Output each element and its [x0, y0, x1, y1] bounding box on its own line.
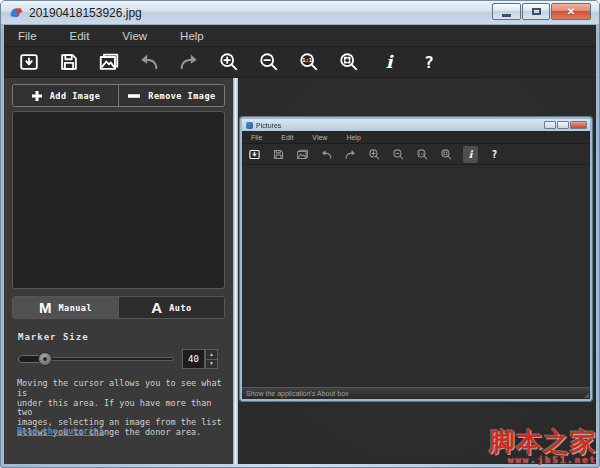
mode-tabs: M Manual A Auto	[12, 296, 225, 319]
zoom-in-icon[interactable]	[367, 146, 382, 163]
minimize-button[interactable]	[492, 3, 521, 20]
window-controls: ✕	[492, 3, 591, 20]
manual-mode-icon: M	[39, 299, 52, 316]
info-icon[interactable]	[463, 146, 478, 163]
auto-tab-label: Auto	[169, 303, 191, 313]
open-icon[interactable]	[247, 146, 262, 163]
marker-size-value[interactable]: 40	[182, 349, 205, 369]
zoom-actual-icon[interactable]	[296, 49, 322, 75]
zoom-fit-icon[interactable]	[336, 49, 362, 75]
window-frame: FileEditViewHelp Add Image	[1, 25, 599, 467]
nested-titlebar: Pictures	[242, 119, 590, 131]
menu-item-file[interactable]: File	[251, 134, 262, 141]
tab-auto[interactable]: A Auto	[119, 297, 224, 318]
nested-maximize-button	[557, 121, 569, 129]
redo-icon[interactable]	[343, 146, 358, 163]
nested-close-button	[570, 121, 587, 129]
titlebar[interactable]: 20190418153926.jpg ✕	[1, 1, 599, 25]
close-button[interactable]: ✕	[551, 3, 591, 20]
tutorial-link[interactable]: Read the tutorial	[17, 426, 104, 436]
plus-icon	[31, 90, 43, 102]
nested-menu-bar: FileEditViewHelp	[242, 131, 590, 144]
nested-resize-grip	[584, 393, 589, 398]
image-icon[interactable]	[295, 146, 310, 163]
nested-status-bar: Show the application's About box	[242, 387, 590, 399]
undo-icon[interactable]	[136, 49, 162, 75]
preview-area[interactable]: Pictures FileEditViewHelp Show the appli…	[238, 78, 596, 464]
menu-item-file[interactable]: File	[18, 30, 37, 42]
maximize-button[interactable]	[522, 3, 550, 20]
menu-bar: FileEditViewHelp	[4, 25, 596, 47]
zoom-actual-icon[interactable]	[415, 146, 430, 163]
add-image-button[interactable]: Add Image	[13, 85, 119, 106]
nested-preview-window: Pictures FileEditViewHelp Show the appli…	[240, 117, 592, 401]
help-icon[interactable]	[416, 49, 442, 75]
maximize-icon	[532, 8, 541, 15]
menu-item-help[interactable]: Help	[180, 30, 204, 42]
auto-mode-icon: A	[151, 299, 162, 316]
remove-image-button[interactable]: Remove Image	[119, 85, 224, 106]
nested-minimize-button	[544, 121, 556, 129]
help-icon[interactable]	[487, 146, 502, 163]
menu-item-edit[interactable]: Edit	[70, 30, 90, 42]
close-icon: ✕	[567, 6, 575, 17]
nested-toolbar	[242, 144, 590, 165]
image-icon[interactable]	[96, 49, 122, 75]
zoom-out-icon[interactable]	[256, 49, 282, 75]
nested-window-controls	[544, 121, 587, 129]
nested-window-title: Pictures	[256, 122, 281, 129]
menu-item-view[interactable]: View	[122, 30, 147, 42]
remove-image-label: Remove Image	[148, 91, 215, 101]
window-title: 20190418153926.jpg	[29, 6, 142, 20]
minimize-icon	[502, 14, 511, 17]
slider-handle[interactable]	[38, 352, 52, 366]
nested-status-text: Show the application's About box	[246, 390, 349, 397]
open-icon[interactable]	[16, 49, 42, 75]
marker-size-spinbox: 40 ▲ ▼	[182, 349, 218, 369]
marker-size-label: Marker Size	[18, 332, 89, 342]
nested-canvas	[242, 165, 590, 387]
add-image-label: Add Image	[50, 91, 101, 101]
tab-manual[interactable]: M Manual	[13, 297, 119, 318]
app-window: 20190418153926.jpg ✕ FileEditViewHelp	[0, 0, 600, 468]
menu-item-help[interactable]: Help	[346, 134, 360, 141]
redo-icon[interactable]	[176, 49, 202, 75]
menu-item-edit[interactable]: Edit	[281, 134, 293, 141]
nested-app-icon	[246, 122, 253, 129]
image-list[interactable]	[12, 111, 225, 289]
minus-icon	[127, 90, 141, 102]
marker-size-slider[interactable]	[18, 352, 174, 366]
app-icon	[8, 5, 23, 20]
zoom-in-icon[interactable]	[216, 49, 242, 75]
save-icon[interactable]	[271, 146, 286, 163]
menu-item-view[interactable]: View	[312, 134, 327, 141]
zoom-fit-icon[interactable]	[439, 146, 454, 163]
left-panel: Add Image Remove Image M	[4, 78, 233, 464]
zoom-out-icon[interactable]	[391, 146, 406, 163]
toolbar	[4, 47, 596, 78]
spin-down-button[interactable]: ▼	[205, 359, 218, 370]
spin-up-button[interactable]: ▲	[205, 349, 218, 359]
info-icon[interactable]	[376, 49, 402, 75]
manual-tab-label: Manual	[58, 303, 92, 313]
save-icon[interactable]	[56, 49, 82, 75]
undo-icon[interactable]	[319, 146, 334, 163]
